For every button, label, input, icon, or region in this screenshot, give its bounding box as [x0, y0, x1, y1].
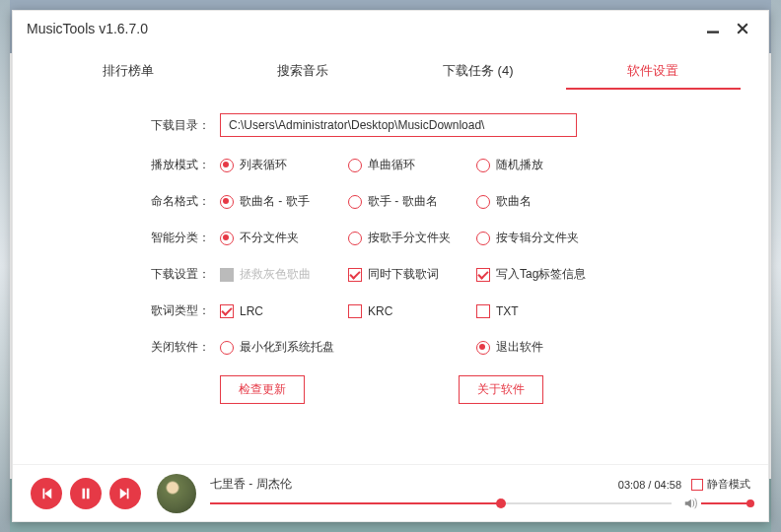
close-exit[interactable]: 退出软件: [476, 339, 604, 356]
tab-bar: 排行榜单 搜索音乐 下载任务 (4) 软件设置: [13, 52, 768, 90]
volume-bar[interactable]: [701, 502, 750, 504]
dl-settings-label: 下载设置：: [151, 266, 220, 283]
titlebar: MusicTools v1.6.7.0: [13, 11, 768, 46]
radio-icon: [220, 159, 234, 172]
lyric-txt[interactable]: TXT: [476, 304, 604, 318]
volume-thumb[interactable]: [746, 499, 754, 507]
minimize-button[interactable]: [701, 17, 725, 40]
naming-label: 命名格式：: [151, 193, 220, 210]
svg-rect-2: [87, 488, 90, 499]
radio-icon: [220, 232, 234, 245]
radio-icon: [476, 232, 490, 245]
next-button[interactable]: [109, 478, 141, 509]
checkbox-icon: [348, 268, 362, 282]
tab-downloads[interactable]: 下载任务 (4): [390, 52, 566, 90]
settings-panel: 下载目录： 播放模式： 列表循环 单曲循环 随机播放 命: [13, 90, 768, 464]
radio-icon: [476, 195, 490, 209]
close-button[interactable]: [731, 17, 754, 40]
check-update-button[interactable]: 检查更新: [220, 375, 305, 404]
naming-song-only[interactable]: 歌曲名: [476, 193, 604, 210]
tab-ranking[interactable]: 排行榜单: [40, 52, 216, 90]
lyric-lrc[interactable]: LRC: [220, 304, 348, 318]
smart-sort-label: 智能分类：: [151, 230, 220, 246]
svg-rect-0: [707, 31, 719, 33]
sort-by-artist[interactable]: 按歌手分文件夹: [348, 230, 476, 246]
track-title: 七里香 - 周杰伦: [210, 476, 618, 493]
lyric-type-label: 歌词类型：: [151, 302, 220, 319]
volume-icon: [683, 497, 697, 510]
album-art[interactable]: [157, 474, 196, 513]
pause-button[interactable]: [70, 478, 102, 509]
play-mode-shuffle[interactable]: 随机播放: [476, 157, 604, 173]
download-dir-input[interactable]: [220, 113, 577, 137]
sort-by-album[interactable]: 按专辑分文件夹: [476, 230, 604, 246]
progress-thumb[interactable]: [496, 499, 506, 508]
radio-icon: [220, 341, 234, 355]
download-dir-label: 下载目录：: [151, 117, 220, 134]
dl-rescue-gray: 拯救灰色歌曲: [220, 266, 348, 283]
sort-none[interactable]: 不分文件夹: [220, 230, 348, 246]
radio-icon: [348, 159, 362, 172]
prev-button[interactable]: [31, 478, 62, 509]
dl-write-tag[interactable]: 写入Tag标签信息: [476, 266, 634, 283]
tab-settings[interactable]: 软件设置: [566, 52, 742, 90]
checkbox-icon: [348, 304, 362, 318]
radio-icon: [348, 195, 362, 209]
about-button[interactable]: 关于软件: [459, 375, 543, 404]
checkbox-icon: [220, 304, 234, 318]
tab-search[interactable]: 搜索音乐: [216, 52, 391, 90]
checkbox-icon: [220, 268, 234, 282]
svg-rect-1: [83, 488, 86, 499]
radio-icon: [476, 159, 490, 172]
checkbox-icon: [476, 268, 490, 282]
radio-icon: [220, 195, 234, 209]
player-bar: 七里香 - 周杰伦 03:08 / 04:58 静音模式: [13, 464, 768, 521]
lyric-krc[interactable]: KRC: [348, 304, 476, 318]
close-minimize-tray[interactable]: 最小化到系统托盘: [220, 339, 476, 356]
pause-icon: [79, 487, 93, 500]
app-window: MusicTools v1.6.7.0 排行榜单 搜索音乐 下载任务 (4) 软…: [12, 10, 769, 522]
close-action-label: 关闭软件：: [151, 339, 220, 356]
next-icon: [118, 487, 132, 500]
play-mode-label: 播放模式：: [151, 157, 220, 173]
prev-icon: [39, 487, 53, 500]
naming-artist-song[interactable]: 歌手 - 歌曲名: [348, 193, 476, 210]
checkbox-icon: [691, 479, 703, 491]
progress-fill: [210, 502, 501, 504]
progress-bar[interactable]: [210, 502, 672, 504]
track-info: 七里香 - 周杰伦 03:08 / 04:58 静音模式: [210, 476, 750, 510]
window-title: MusicTools v1.6.7.0: [27, 21, 695, 36]
naming-song-artist[interactable]: 歌曲名 - 歌手: [220, 193, 348, 210]
dl-lyrics[interactable]: 同时下载歌词: [348, 266, 476, 283]
radio-icon: [348, 232, 362, 245]
track-time: 03:08 / 04:58: [618, 479, 681, 491]
volume-control: [683, 497, 750, 510]
mute-toggle[interactable]: 静音模式: [691, 477, 750, 492]
play-mode-list-loop[interactable]: 列表循环: [220, 157, 348, 173]
radio-icon: [476, 341, 490, 355]
checkbox-icon: [476, 304, 490, 318]
play-mode-single-loop[interactable]: 单曲循环: [348, 157, 476, 173]
